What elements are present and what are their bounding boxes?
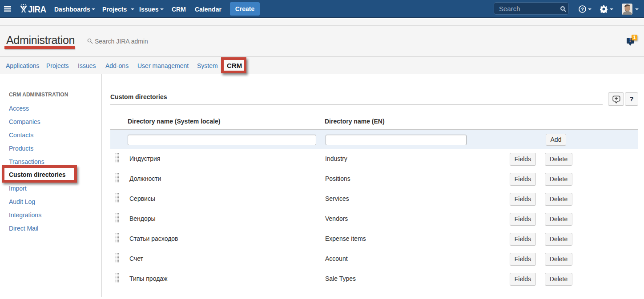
svg-text:?: ? xyxy=(581,7,584,12)
